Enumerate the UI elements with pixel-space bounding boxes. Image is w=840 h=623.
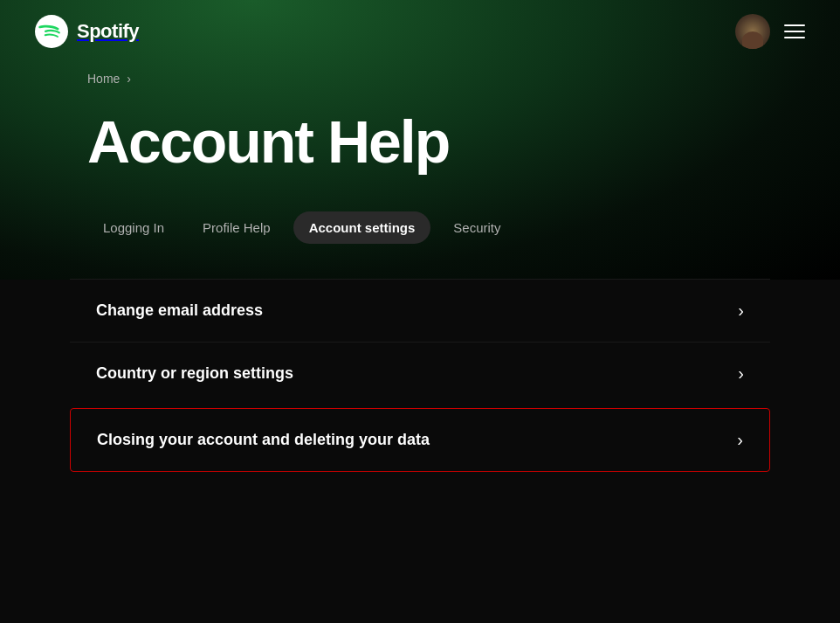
breadcrumb-home-link[interactable]: Home xyxy=(87,72,120,86)
navbar-left: Spotify xyxy=(35,15,139,48)
chevron-right-icon: › xyxy=(738,301,744,321)
list-item-change-email-text: Change email address xyxy=(96,301,263,320)
spotify-icon xyxy=(35,15,68,48)
navbar-right xyxy=(735,14,805,49)
breadcrumb: Home › xyxy=(0,63,840,94)
breadcrumb-chevron-icon: › xyxy=(127,72,131,86)
list-item-country-region[interactable]: Country or region settings › xyxy=(70,342,770,405)
tabs-container: Logging In Profile Help Account settings… xyxy=(0,197,840,279)
list-container: Change email address › Country or region… xyxy=(0,279,840,472)
page-title: Account Help xyxy=(87,112,753,171)
list-item-country-region-text: Country or region settings xyxy=(96,364,293,383)
list-item-closing-account[interactable]: Closing your account and deleting your d… xyxy=(70,408,770,472)
navbar: Spotify xyxy=(0,0,840,63)
tab-logging-in[interactable]: Logging In xyxy=(87,211,180,244)
tab-security[interactable]: Security xyxy=(437,211,516,244)
spotify-wordmark: Spotify xyxy=(77,20,139,43)
hamburger-menu-icon[interactable] xyxy=(784,24,805,38)
chevron-right-icon-3: › xyxy=(737,430,743,450)
page-title-container: Account Help xyxy=(0,94,840,197)
list-item-closing-account-text: Closing your account and deleting your d… xyxy=(97,431,430,449)
spotify-logo-link[interactable]: Spotify xyxy=(35,15,139,48)
user-avatar[interactable] xyxy=(735,14,770,49)
list-item-change-email[interactable]: Change email address › xyxy=(70,279,770,342)
chevron-right-icon-2: › xyxy=(738,363,744,384)
tab-profile-help[interactable]: Profile Help xyxy=(187,211,286,244)
tab-account-settings[interactable]: Account settings xyxy=(293,211,431,244)
